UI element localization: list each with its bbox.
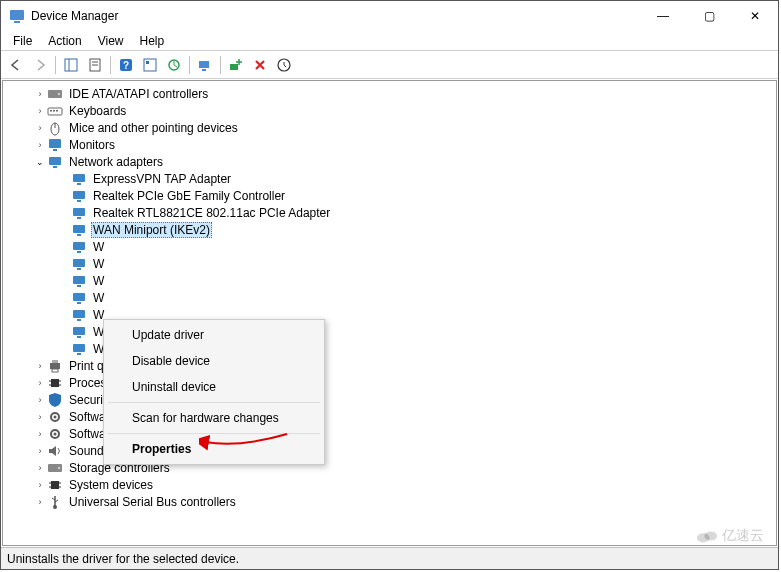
net-icon xyxy=(47,154,63,170)
tree-item[interactable]: W xyxy=(3,289,776,306)
forward-button[interactable] xyxy=(29,54,51,76)
network-adapter-icon xyxy=(71,341,87,357)
keyboard-icon xyxy=(47,103,63,119)
chevron-right-icon[interactable]: › xyxy=(33,495,47,509)
chevron-right-icon[interactable]: › xyxy=(33,359,47,373)
menu-view[interactable]: View xyxy=(90,32,132,50)
menu-help[interactable]: Help xyxy=(132,32,173,50)
gear-icon xyxy=(47,409,63,425)
chevron-right-icon[interactable]: › xyxy=(33,410,47,424)
maximize-button[interactable]: ▢ xyxy=(686,1,732,31)
svg-rect-37 xyxy=(77,251,81,253)
menu-file[interactable]: File xyxy=(5,32,40,50)
chevron-right-icon[interactable]: › xyxy=(33,121,47,135)
tree-item-label: ExpressVPN TAP Adapter xyxy=(91,172,233,186)
chevron-right-icon[interactable]: › xyxy=(33,376,47,390)
svg-point-59 xyxy=(54,415,57,418)
tree-item[interactable]: WAN Miniport (IKEv2) xyxy=(3,221,776,238)
svg-rect-32 xyxy=(73,208,85,216)
menu-action[interactable]: Action xyxy=(40,32,89,50)
tree-item[interactable]: Realtek PCIe GbE Family Controller xyxy=(3,187,776,204)
svg-rect-1 xyxy=(14,21,20,23)
minimize-button[interactable]: — xyxy=(640,1,686,31)
app-icon xyxy=(9,8,25,24)
context-properties[interactable]: Properties xyxy=(104,436,324,462)
tree-item[interactable]: W xyxy=(3,255,776,272)
svg-rect-19 xyxy=(50,110,52,112)
show-hide-tree-button[interactable] xyxy=(60,54,82,76)
tree-item-label: Realtek RTL8821CE 802.11ac PCIe Adapter xyxy=(91,206,332,220)
svg-rect-14 xyxy=(230,64,238,70)
tree-item[interactable]: ›Monitors xyxy=(3,136,776,153)
tree-item[interactable]: ⌄Network adapters xyxy=(3,153,776,170)
chevron-right-icon[interactable]: › xyxy=(33,104,47,118)
svg-rect-12 xyxy=(199,61,209,68)
svg-rect-30 xyxy=(73,191,85,199)
tree-item-label: Universal Serial Bus controllers xyxy=(67,495,238,509)
chevron-down-icon[interactable]: ⌄ xyxy=(33,155,47,169)
context-scan-hardware[interactable]: Scan for hardware changes xyxy=(104,405,324,431)
svg-rect-48 xyxy=(73,344,85,352)
tree-item-label: Mice and other pointing devices xyxy=(67,121,240,135)
add-hardware-button[interactable] xyxy=(225,54,247,76)
action-button[interactable] xyxy=(139,54,161,76)
svg-rect-52 xyxy=(52,369,58,372)
tree-item[interactable]: ›Universal Serial Bus controllers xyxy=(3,493,776,510)
svg-rect-36 xyxy=(73,242,85,250)
close-button[interactable]: ✕ xyxy=(732,1,778,31)
status-text: Uninstalls the driver for the selected d… xyxy=(7,552,239,566)
scan-hardware-button[interactable] xyxy=(194,54,216,76)
update-driver-button[interactable] xyxy=(163,54,185,76)
svg-rect-39 xyxy=(77,268,81,270)
context-update-driver[interactable]: Update driver xyxy=(104,322,324,348)
tree-item[interactable]: ›Mice and other pointing devices xyxy=(3,119,776,136)
tree-item[interactable]: ›Keyboards xyxy=(3,102,776,119)
tree-item[interactable]: W xyxy=(3,272,776,289)
device-tree-panel[interactable]: ›IDE ATA/ATAPI controllers›Keyboards›Mic… xyxy=(2,80,777,546)
uninstall-button[interactable] xyxy=(249,54,271,76)
svg-rect-40 xyxy=(73,276,85,284)
svg-rect-25 xyxy=(53,149,57,151)
tree-item[interactable]: ›IDE ATA/ATAPI controllers xyxy=(3,85,776,102)
tree-item-label: W xyxy=(91,257,106,271)
svg-rect-35 xyxy=(77,234,81,236)
statusbar: Uninstalls the driver for the selected d… xyxy=(1,547,778,569)
tree-item-label: W xyxy=(91,274,106,288)
device-button[interactable] xyxy=(273,54,295,76)
tree-item[interactable]: W xyxy=(3,238,776,255)
network-adapter-icon xyxy=(71,324,87,340)
chevron-right-icon[interactable]: › xyxy=(33,138,47,152)
svg-rect-38 xyxy=(73,259,85,267)
help-button[interactable]: ? xyxy=(115,54,137,76)
svg-rect-27 xyxy=(53,166,57,168)
svg-rect-47 xyxy=(77,336,81,338)
chevron-right-icon[interactable]: › xyxy=(33,87,47,101)
printer-icon xyxy=(47,358,63,374)
svg-rect-24 xyxy=(49,139,61,148)
context-uninstall-device[interactable]: Uninstall device xyxy=(104,374,324,400)
svg-rect-42 xyxy=(73,293,85,301)
network-adapter-icon xyxy=(71,290,87,306)
svg-text:?: ? xyxy=(123,60,129,71)
tree-item[interactable]: ›System devices xyxy=(3,476,776,493)
tree-item[interactable]: ExpressVPN TAP Adapter xyxy=(3,170,776,187)
chevron-right-icon[interactable]: › xyxy=(33,393,47,407)
chevron-right-icon[interactable]: › xyxy=(33,444,47,458)
svg-rect-31 xyxy=(77,200,81,202)
chevron-right-icon[interactable]: › xyxy=(33,461,47,475)
tree-item[interactable]: Realtek RTL8821CE 802.11ac PCIe Adapter xyxy=(3,204,776,221)
tree-item-label: Network adapters xyxy=(67,155,165,169)
tree-item-label: W xyxy=(91,291,106,305)
titlebar: Device Manager — ▢ ✕ xyxy=(1,1,778,31)
network-adapter-icon xyxy=(71,273,87,289)
svg-rect-49 xyxy=(77,353,81,355)
chevron-right-icon[interactable]: › xyxy=(33,427,47,441)
context-disable-device[interactable]: Disable device xyxy=(104,348,324,374)
monitor-icon xyxy=(47,137,63,153)
chevron-right-icon[interactable]: › xyxy=(33,478,47,492)
svg-rect-10 xyxy=(146,61,149,64)
back-button[interactable] xyxy=(5,54,27,76)
tree-item-label: Realtek PCIe GbE Family Controller xyxy=(91,189,287,203)
properties-button[interactable] xyxy=(84,54,106,76)
svg-rect-34 xyxy=(73,225,85,233)
